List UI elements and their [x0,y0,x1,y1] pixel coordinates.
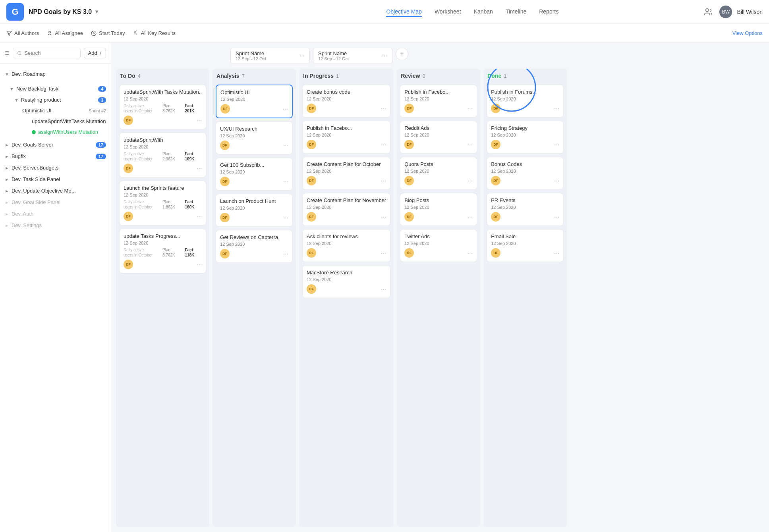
tab-objective-map[interactable]: Objective Map [386,7,421,17]
svg-point-0 [706,8,709,11]
card-more-icon[interactable]: ⋯ [381,142,386,148]
card-more-icon[interactable]: ⋯ [283,106,288,112]
project-dropdown-icon[interactable]: ▼ [94,9,99,15]
card-create-bonus-code[interactable]: Create bonus code 12 Sep 2020 DF ⋯ [302,85,390,118]
filter-start-today[interactable]: Start Today [91,30,125,36]
view-options-button[interactable]: View Options [732,30,763,36]
card-launch-product-hunt[interactable]: Launch on Product Hunt 12 Sep 2020 DF ⋯ [216,194,293,227]
card-optimistic-ui[interactable]: Optimistic UI 12 Sep 2020 DF ⋯ [216,85,293,118]
add-button[interactable]: Add + [84,48,106,58]
sprint-dots-icon[interactable]: ⋯ [299,53,305,59]
search-input[interactable] [24,50,76,56]
card-more-icon[interactable]: ⋯ [468,106,473,112]
card-bonus-codes[interactable]: Bonus Codes 12 Sep 2020 DF ⋯ [487,157,564,190]
card-update-sprint[interactable]: updateSprintWith 12 Sep 2020 Daily activ… [119,133,206,177]
card-twitter-ads[interactable]: Twitter Ads 12 Sep 2020 DF ⋯ [400,229,477,262]
card-content-plan-nov[interactable]: Create Content Plan for November 12 Sep … [302,193,390,226]
sidebar-item-auth[interactable]: ► Dev. Auth [0,208,111,220]
card-more-icon[interactable]: ⋯ [283,251,288,257]
col-title: Analysis [216,73,240,79]
card-get-100-subscribers[interactable]: Get 100 Subscrib... 12 Sep 2020 DF ⋯ [216,158,293,191]
tab-worksheet[interactable]: Worksheet [435,7,461,17]
card-content-plan-oct[interactable]: Create Content Plan for October 12 Sep 2… [302,157,390,190]
sidebar-item-update-sprint[interactable]: updateSprintWithTasks Mutation [17,116,111,127]
sidebar-item-dev-roadmap[interactable]: ▼ Dev. Roadmap [0,68,111,80]
sidebar-item-server-budgets[interactable]: ► Dev. Server.Budgets [0,162,111,173]
card-update-tasks-progress[interactable]: update Tasks Progress... 12 Sep 2020 Dai… [119,229,206,274]
sidebar-item-goals-server[interactable]: ► Dev. Goals Server 17 [0,139,111,150]
card-more-icon[interactable]: ⋯ [381,178,386,184]
tab-reports[interactable]: Reports [539,7,558,17]
sidebar-item-new-backlog[interactable]: ▼ New Backlog Task 4 [0,83,111,94]
card-more-icon[interactable]: ⋯ [554,106,559,112]
card-more-icon[interactable]: ⋯ [554,214,559,220]
card-footer: DF ⋯ [491,212,559,222]
card-email-sale[interactable]: Email Sale 12 Sep 2020 DF ⋯ [487,229,564,262]
card-footer: DF ⋯ [404,140,473,149]
card-pr-events[interactable]: PR Events 12 Sep 2020 DF ⋯ [487,193,564,226]
card-more-icon[interactable]: ⋯ [197,166,202,172]
card-title: Publish in Forums... [491,89,559,95]
card-footer: DF ⋯ [124,116,202,125]
stat-label2: users in October [124,205,160,209]
sidebar-item-settings[interactable]: ► Dev. Settings [0,220,111,231]
sidebar-item-goal-side-panel[interactable]: ► Dev. Goal Side Panel [0,197,111,208]
card-ux-ui-research[interactable]: UX/UI Research 12 Sep 2020 DF ⋯ [216,121,293,154]
card-more-icon[interactable]: ⋯ [468,142,473,148]
card-more-icon[interactable]: ⋯ [381,286,386,292]
card-reddit-ads[interactable]: Reddit Ads 12 Sep 2020 DF ⋯ [400,121,477,154]
card-ask-clients-reviews[interactable]: Ask clients for reviews 12 Sep 2020 DF ⋯ [302,229,390,262]
card-stats: Daily active Plan Fact users in October … [124,200,202,209]
sidebar-item-assign-users[interactable]: assignWithUsers Mutation [17,127,111,137]
card-publish-facebo[interactable]: Publish in Facebo... 12 Sep 2020 DF ⋯ [302,121,390,154]
card-publish-facebo-review[interactable]: Publish in Facebo... 12 Sep 2020 DF ⋯ [400,85,477,118]
card-title: Create Content Plan for November [307,197,386,203]
card-title: Publish in Facebo... [404,89,473,95]
card-pricing-strategy[interactable]: Pricing Strategy 12 Sep 2020 DF ⋯ [487,121,564,154]
sidebar-menu-icon[interactable]: ☰ [5,50,10,56]
card-update-sprint-mutation[interactable]: updateSprintWith Tasks Mutation.. 12 Sep… [119,85,206,129]
card-more-icon[interactable]: ⋯ [554,178,559,184]
tab-timeline[interactable]: Timeline [506,7,526,17]
stat-label: Daily active [124,200,160,204]
card-launch-sprints[interactable]: Launch the Sprints feature 12 Sep 2020 D… [119,181,206,226]
users-icon[interactable] [702,6,715,18]
sidebar-item-bugfix[interactable]: ► Bugfix 17 [0,150,111,162]
card-more-icon[interactable]: ⋯ [554,142,559,148]
filter-all-authors[interactable]: All Authors [6,30,39,36]
card-more-icon[interactable]: ⋯ [197,214,202,220]
sprint-dots-icon[interactable]: ⋯ [382,53,387,59]
sidebar-item-optimistic-ui[interactable]: Optimistic UI Sprint #2 [17,105,111,116]
logo-text: G [12,7,18,17]
card-more-icon[interactable]: ⋯ [468,178,473,184]
sidebar-item-task-side-panel[interactable]: ► Dev. Task Side Panel [0,173,111,185]
card-more-icon[interactable]: ⋯ [197,262,202,268]
sidebar-item-update-objective[interactable]: ► Dev. Update Objective Mo... [0,185,111,197]
card-date: 12 Sep 2020 [404,169,473,173]
card-blog-posts[interactable]: Blog Posts 12 Sep 2020 DF ⋯ [400,193,477,226]
sidebar-label: Optimistic UI [22,108,86,114]
card-more-icon[interactable]: ⋯ [381,214,386,220]
card-more-icon[interactable]: ⋯ [468,250,473,256]
card-more-icon[interactable]: ⋯ [381,106,386,112]
filter-bar: All Authors All Assignee Start Today All… [0,24,769,43]
card-more-icon[interactable]: ⋯ [468,214,473,220]
card-quora-posts[interactable]: Quora Posts 12 Sep 2020 DF ⋯ [400,157,477,190]
card-date: 12 Sep 2020 [404,205,473,210]
card-more-icon[interactable]: ⋯ [197,118,202,123]
sidebar-item-restyling[interactable]: ▼ Restyling product 3 [10,94,111,105]
add-sprint-button[interactable]: + [396,48,408,60]
card-more-icon[interactable]: ⋯ [381,250,386,256]
card-more-icon[interactable]: ⋯ [554,250,559,256]
filter-all-key-results[interactable]: All Key Results [133,30,176,36]
card-macstore-research[interactable]: MacStore Research 12 Sep 2020 DF ⋯ [302,265,390,298]
card-more-icon[interactable]: ⋯ [283,143,288,148]
card-avatar: DF [307,104,316,113]
tab-kanban[interactable]: Kanban [474,7,493,17]
filter-all-assignee[interactable]: All Assignee [47,30,83,36]
card-get-reviews-capterra[interactable]: Get Reviews on Capterra 12 Sep 2020 DF ⋯ [216,230,293,263]
card-avatar: DF [220,141,230,150]
card-more-icon[interactable]: ⋯ [283,215,288,221]
card-publish-forums[interactable]: Publish in Forums... 12 Sep 2020 DF ⋯ [487,85,564,118]
card-more-icon[interactable]: ⋯ [283,179,288,185]
